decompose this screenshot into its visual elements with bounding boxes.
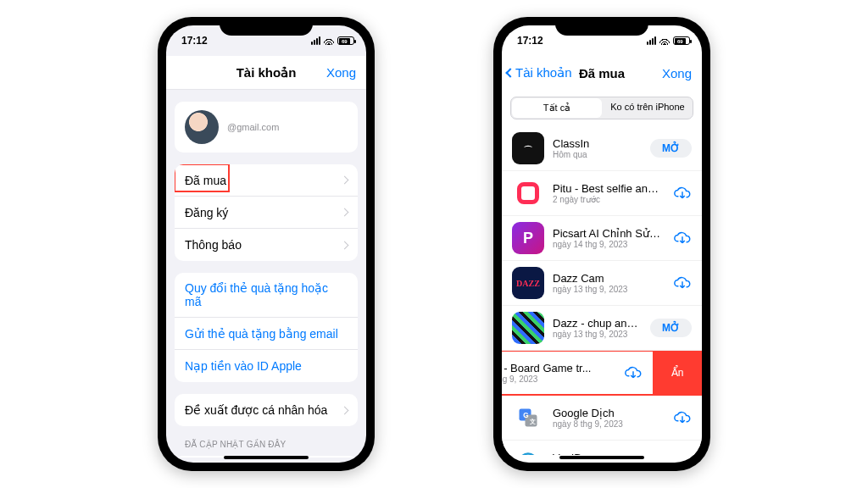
purchased-row[interactable]: Đã mua xyxy=(175,164,358,197)
subscriptions-label: Đăng ký xyxy=(185,206,228,219)
download-button[interactable] xyxy=(673,408,692,427)
app-date: ngày 11 thg 9, 2023 xyxy=(502,374,615,385)
nav-title: Tài khoản xyxy=(236,65,297,80)
app-row-dazzcam[interactable]: DAZZ Dazz Cam ngày 13 thg 9, 2023 xyxy=(502,261,702,306)
chevron-left-icon xyxy=(505,68,515,77)
purchased-label: Đã mua xyxy=(185,174,226,187)
app-row-picsart[interactable]: P Picsart AI Chỉnh Sửa Ảnh ngày 14 thg 9… xyxy=(502,216,702,261)
menu-group: Đã mua Đăng ký Thông báo xyxy=(175,164,358,261)
app-icon xyxy=(512,132,544,164)
subscriptions-row[interactable]: Đăng ký xyxy=(175,197,358,229)
app-row-classin[interactable]: ClassIn Hôm qua MỞ xyxy=(502,126,702,171)
app-name: ClassIn xyxy=(553,137,642,150)
download-button[interactable] xyxy=(673,184,692,202)
account-email: @gmail.com xyxy=(227,122,279,132)
home-indicator[interactable] xyxy=(559,456,644,459)
notifications-row[interactable]: Thông báo xyxy=(175,229,358,261)
screen-left: 17:12 69 Tài khoản Xong @gmail.com xyxy=(166,25,366,463)
signal-icon xyxy=(647,36,656,45)
phone-right: 17:12 69 Tài khoản Đã mua Xong Tất cả Ko… xyxy=(493,17,710,471)
app-name: Pitu - Best selfie and PS... xyxy=(553,182,665,195)
app-name: WePlay - Board Game tr... xyxy=(502,362,615,374)
chevron-right-icon xyxy=(341,208,349,217)
hide-button[interactable]: Ẩn xyxy=(653,351,702,395)
app-date: ngày 8 thg 9, 2023 xyxy=(553,419,665,430)
screen-right: 17:12 69 Tài khoản Đã mua Xong Tất cả Ko… xyxy=(502,25,702,463)
personalized-label: Đề xuất được cá nhân hóa xyxy=(185,403,327,417)
redeem-label: Quy đổi thẻ quà tặng hoặc mã xyxy=(185,281,348,308)
add-funds-label: Nạp tiền vào ID Apple xyxy=(185,359,302,373)
purchased-list[interactable]: ClassIn Hôm qua MỞ Pitu - Best selfie an… xyxy=(502,126,702,455)
nav-done-button[interactable]: Xong xyxy=(326,65,356,80)
updates-header: ĐÃ CẬP NHẬT GẦN ĐÂY xyxy=(166,426,366,452)
app-date: ngày 13 thg 9, 2023 xyxy=(553,285,665,295)
svg-text:文: 文 xyxy=(529,418,536,425)
download-button[interactable] xyxy=(673,453,692,455)
app-icon: P xyxy=(512,222,544,254)
account-group: @gmail.com xyxy=(175,102,358,152)
redeem-row[interactable]: Quy đổi thẻ quà tặng hoặc mã xyxy=(175,273,358,318)
app-icon: G文 xyxy=(512,402,544,434)
personalized-group: Đề xuất được cá nhân hóa xyxy=(175,394,358,426)
open-button[interactable]: MỞ xyxy=(650,319,692,337)
app-name: Google Dịch xyxy=(553,407,665,419)
personalized-row[interactable]: Đề xuất được cá nhân hóa xyxy=(175,394,358,426)
battery-icon: 69 xyxy=(673,36,690,45)
send-gift-row[interactable]: Gửi thẻ quà tặng bằng email xyxy=(175,318,358,350)
wifi-icon xyxy=(659,36,670,45)
nav-bar: Tài khoản Đã mua Xong xyxy=(502,56,702,90)
nav-back-button[interactable]: Tài khoản xyxy=(507,65,572,80)
app-date: ngày 13 thg 9, 2023 xyxy=(553,330,642,340)
actions-group: Quy đổi thẻ quà tặng hoặc mã Gửi thẻ quà… xyxy=(175,273,358,382)
app-icon xyxy=(512,312,544,344)
chevron-right-icon xyxy=(341,241,349,249)
app-date: Hôm qua xyxy=(553,150,642,160)
app-row-google-dich[interactable]: G文 Google Dịch ngày 8 thg 9, 2023 xyxy=(502,396,702,441)
nav-done-button[interactable]: Xong xyxy=(662,66,692,80)
nav-bar: Tài khoản Xong xyxy=(166,56,366,90)
notch xyxy=(220,17,313,36)
add-funds-row[interactable]: Nạp tiền vào ID Apple xyxy=(175,350,358,382)
app-date: 2 ngày trước xyxy=(553,195,665,205)
account-row[interactable]: @gmail.com xyxy=(175,102,358,152)
segment-control[interactable]: Tất cả Ko có trên iPhone xyxy=(510,97,693,119)
content-left[interactable]: @gmail.com Đã mua Đăng ký Thông báo xyxy=(166,90,366,458)
svg-text:G: G xyxy=(523,412,528,419)
app-name: VssID xyxy=(553,452,665,456)
nav-back-label: Tài khoản xyxy=(515,65,572,80)
app-name: Dazz Cam xyxy=(553,272,665,285)
app-icon: DAZZ xyxy=(512,267,544,299)
avatar xyxy=(185,110,219,144)
nav-title: Đã mua xyxy=(579,66,625,80)
app-row-dazz[interactable]: Dazz - chup anh dep ngày 13 thg 9, 2023 … xyxy=(502,306,702,351)
signal-icon xyxy=(311,36,320,45)
segment-all[interactable]: Tất cả xyxy=(512,98,602,118)
app-name: Dazz - chup anh dep xyxy=(553,317,642,330)
app-row-weplay[interactable]: WePlay - Board Game tr... ngày 11 thg 9,… xyxy=(502,351,653,396)
app-date: ngày 14 thg 9, 2023 xyxy=(553,240,665,250)
chevron-right-icon xyxy=(341,406,349,414)
app-row-vssid[interactable]: VssID ngày 7 thg 9, 2023 xyxy=(502,441,702,455)
open-button[interactable]: MỞ xyxy=(650,139,692,158)
chevron-right-icon xyxy=(341,176,349,185)
send-gift-label: Gửi thẻ quà tặng bằng email xyxy=(185,327,338,341)
status-time: 17:12 xyxy=(517,35,543,47)
download-button[interactable] xyxy=(624,363,643,382)
phone-left: 17:12 69 Tài khoản Xong @gmail.com xyxy=(158,17,375,471)
segment-not-on-device[interactable]: Ko có trên iPhone xyxy=(603,97,693,119)
wifi-icon xyxy=(324,36,334,45)
battery-icon: 69 xyxy=(337,36,354,45)
notifications-label: Thông báo xyxy=(185,238,242,252)
status-right: 69 xyxy=(311,36,354,45)
app-row-pitu[interactable]: Pitu - Best selfie and PS... 2 ngày trướ… xyxy=(502,171,702,216)
notch xyxy=(555,17,648,36)
status-right: 69 xyxy=(647,36,690,45)
app-icon xyxy=(512,446,544,455)
app-name: Picsart AI Chỉnh Sửa Ảnh xyxy=(553,227,665,240)
status-time: 17:12 xyxy=(181,35,208,47)
svg-point-5 xyxy=(520,454,537,456)
download-button[interactable] xyxy=(673,274,692,292)
home-indicator[interactable] xyxy=(224,456,309,459)
app-icon xyxy=(512,177,544,209)
download-button[interactable] xyxy=(673,229,692,247)
